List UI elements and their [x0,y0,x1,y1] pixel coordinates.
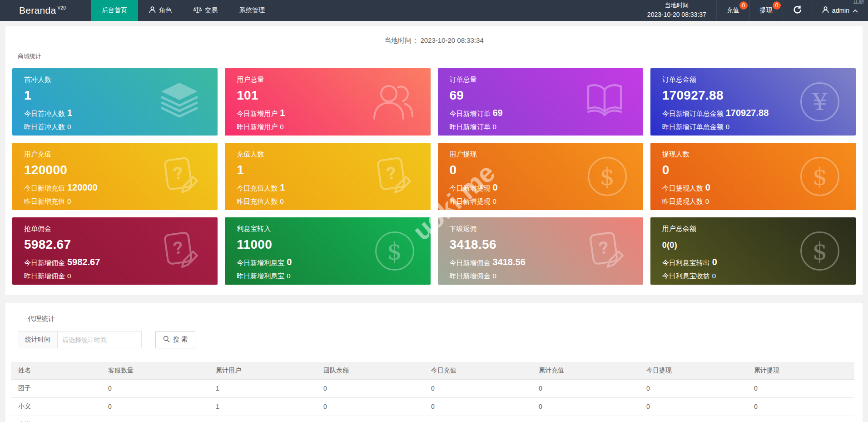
stat-card-3: 订单总量 69 今日新增订单69 昨日新增订单0 [438,68,643,136]
main-menu: 后台首页 角色 交易 系统管理 [91,0,276,21]
doc-question-icon: ? [159,154,201,199]
navbar-right: 当地时间 2023-10-20 08:33:37 充值 0 提现 0 [637,0,868,21]
search-button[interactable]: 搜 索 [155,331,195,348]
stat-card-5: 用户充值 120000 今日新增充值120000 昨日新增充值0 ? [12,143,218,210]
table-cell: 1 [208,379,316,397]
layers-icon [158,82,201,122]
withdraw-button[interactable]: 提现 0 [749,0,783,21]
table-cell: 团子 [11,379,101,397]
brand-version: V20 [58,5,66,10]
license-watermark: 正版 [853,0,864,5]
content-time-label: 当地时间： [384,36,418,44]
table-cell: 0 [101,379,208,397]
local-time-label: 当地时间 [665,1,689,10]
chevron-up-icon [853,7,858,14]
table-header-cell: 客服数量 [101,362,208,379]
table-header-cell: 姓名 [11,362,101,379]
table-header-row: 姓名客服数量累计用户团队余额今日充值累计充值今日提现累计提现 [11,362,854,379]
agent-table: 姓名客服数量累计用户团队余额今日充值累计充值今日提现累计提现 团子0100000… [11,362,854,422]
table-cell: 0 [747,379,854,397]
table-header-cell: 今日提现 [639,362,747,379]
table-header-cell: 团队余额 [316,362,424,379]
nav-menu-item-3[interactable]: 交易 [183,0,228,21]
table-cell: 0 [101,397,208,416]
svg-text:?: ? [172,237,185,258]
nav-menu-item-2[interactable]: 角色 [138,0,183,21]
users-icon [371,81,414,122]
svg-text:?: ? [384,163,397,183]
agent-filter-row: 统计时间 搜 索 [18,331,856,348]
svg-text:?: ? [172,163,185,183]
stat-card-4: 订单总金额 170927.88 今日新增订单总金额170927.88 昨日新增订… [650,68,856,136]
stat-card-12: 用户总余额 0(0) 今日利息宝转出0 今日利息宝收益0 $ [650,217,856,285]
search-button-label: 搜 索 [173,336,188,344]
yen-circle-icon: ¥ [800,82,839,121]
table-cell: 0 [531,397,639,416]
table-cell: 1 [208,397,316,416]
withdraw-label: 提现 [760,6,773,15]
dollar-circle-icon: $ [375,231,414,271]
brand-name: Beranda [19,5,56,16]
refresh-button[interactable] [783,0,812,21]
stat-card-yesterday-line: 昨日新增订单总金额0 [662,123,856,131]
table-cell: 0 [316,416,424,422]
nav-menu-item-1[interactable]: 后台首页 [91,0,138,21]
table-header-cell: 累计提现 [747,362,854,379]
table-cell: 0 [531,379,639,397]
filter-label: 统计时间 [18,331,57,348]
table-cell: 0 [316,397,424,416]
search-icon [163,336,170,344]
table-cell: 1 [208,416,316,422]
table-header-cell: 累计用户 [208,362,316,379]
stat-card-yesterday-line: 昨日新增订单0 [450,123,643,131]
table-cell: 0 [424,397,531,416]
person-icon [149,6,156,15]
table-cell: 0 [639,397,747,416]
stat-card-6: 充值人数 1 今日充值人数1 昨日充值人数0 ? [225,143,430,210]
scales-icon [193,6,202,15]
dollar-circle-icon: $ [800,157,839,196]
recharge-button[interactable]: 充值 0 [716,0,749,21]
dollar-circle-icon: $ [588,157,627,196]
agent-legend: 代理统计 [22,315,60,323]
book-icon [582,83,627,121]
stat-card-yesterday-line: 昨日新增提现0 [450,197,643,206]
stat-card-1: 首冲人数 1 今日首冲人数1 昨日首冲人数0 [12,68,218,136]
table-header-cell: 今日充值 [424,362,531,379]
local-time-value: 2023-10-20 08:33:37 [647,10,706,19]
stat-card-yesterday-line: 昨日提现人数0 [662,197,856,206]
table-cell: 0 [531,416,639,422]
withdraw-badge: 0 [773,1,781,10]
stat-card-yesterday-line: 今日利息宝收益0 [662,272,856,281]
brand-logo[interactable]: Beranda V20 [0,0,91,21]
stat-card-7: 用户提现 0 今日新增提现0 昨日新增提现0 $ [438,143,643,210]
stat-card-9: 抢单佣金 5982.67 今日新增佣金5982.67 昨日新增佣金0 ? [12,217,218,285]
table-cell: 0 [424,416,531,422]
table-cell: 0 [747,416,854,422]
stat-card-yesterday-line: 昨日首冲人数0 [24,123,218,131]
stat-time-input[interactable] [57,331,142,348]
doc-question-icon: ? [584,229,627,273]
agent-panel: 代理统计 统计时间 搜 索 姓名客服数量累计用户团队余额今日充值累计充值今日提现… [5,303,863,422]
table-row: 小义0100000 [11,397,854,416]
username: admin [832,7,849,14]
content-time-value: 2023-10-20 08:33:34 [420,36,483,44]
table-cell: 0 [639,379,747,397]
top-navbar: Beranda V20 后台首页 角色 交易 系统管理 当地时间 2023-10… [0,0,868,21]
stat-card-yesterday-line: 昨日新增利息宝0 [237,272,430,281]
svg-text:?: ? [597,237,610,258]
table-row: 小洋0100000 [11,416,854,422]
table-header-cell: 累计充值 [531,362,639,379]
local-time-block: 当地时间 2023-10-20 08:33:37 [637,0,716,21]
table-cell: 0 [639,416,747,422]
agent-fieldset: 代理统计 [12,315,856,323]
table-cell: 小义 [11,397,101,416]
doc-question-icon: ? [372,154,414,199]
doc-question-icon: ? [159,229,201,273]
recharge-badge: 0 [739,1,748,10]
recharge-label: 充值 [727,6,739,15]
stat-card-11: 下级返佣 3418.56 今日新增佣金3418.56 昨日新增佣金0 ? [438,217,643,285]
stat-card-8: 提现人数 0 今日提现人数0 昨日提现人数0 $ [650,143,856,210]
nav-menu-item-4[interactable]: 系统管理 [228,0,276,21]
stats-panel: 当地时间： 2023-10-20 08:33:34 商城统计 首冲人数 1 今日… [5,26,863,295]
